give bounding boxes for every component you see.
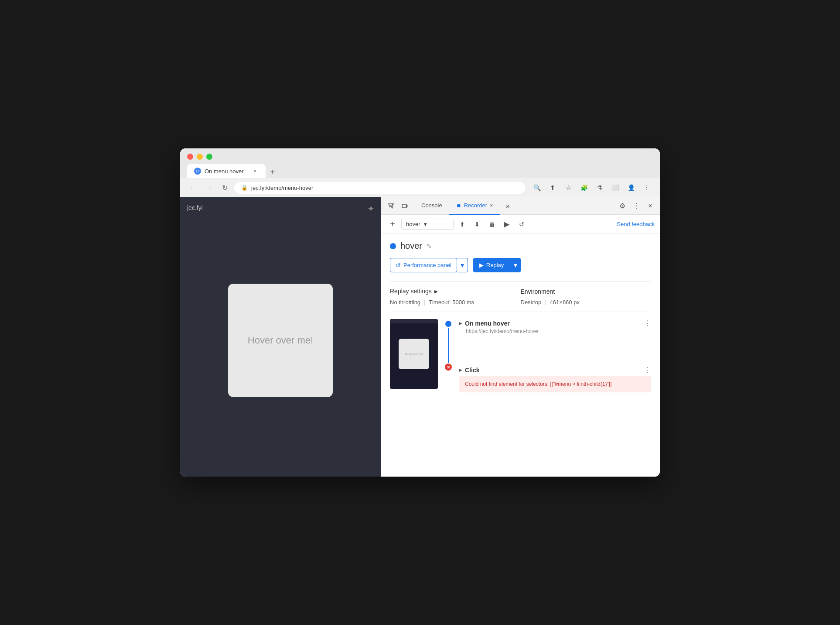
add-recording-button[interactable]: + [386,218,399,230]
env-value-cell: Desktop | 461×660 px [521,299,652,306]
browser-controls: 🔍 ⬆ ☆ 🧩 ⚗ ⬜ 👤 ⋮ [531,182,653,194]
step2-content: ▶ Click ⋮ Could not find element for sel… [459,340,651,392]
profile-icon[interactable]: 👤 [625,182,637,194]
replay-dropdown-chevron: ▾ [514,261,517,269]
devtools-panel: Console ⏺ Recorder × » ⚙ ⋮ × + h [381,197,660,477]
step2-more-icon[interactable]: ⋮ [644,366,651,374]
timeout-label: Timeout: 5000 ms [429,299,474,306]
devtools-settings-button[interactable]: ⚙ [616,200,628,212]
recorder-tab-icon: ⏺ [456,203,461,209]
extensions-icon[interactable]: 🧩 [578,182,590,194]
back-button[interactable]: ← [187,182,199,194]
replay-dropdown-button[interactable]: ▾ [510,258,521,272]
step2-arrow[interactable]: ▶ [459,367,462,372]
device-toggle-button[interactable] [399,200,411,212]
actions-row: ↺ Performance panel ▾ ▶ Replay [390,258,651,272]
replay-group: ▶ Replay ▾ [473,258,521,272]
console-tab-label: Console [421,202,442,209]
step2-header: ▶ Click ⋮ [459,366,651,374]
edit-title-icon[interactable]: ✎ [427,243,432,250]
minimize-traffic-light[interactable] [197,154,203,160]
resolution-label: 461×660 px [550,299,580,306]
performance-panel-dropdown[interactable]: ▾ [457,258,468,272]
tabs-row: R On menu hover × + [187,164,653,178]
inspect-element-button[interactable] [385,200,397,212]
recording-select-chevron: ▾ [424,221,427,227]
delete-recording-button[interactable]: 🗑 [486,218,498,230]
step1-header: ▶ On menu hover ⋮ [459,319,651,327]
search-icon[interactable]: 🔍 [531,182,543,194]
recording-selector[interactable]: hover ▾ [401,219,454,230]
step2-dot: ✕ [445,364,452,371]
no-throttling-label: No throttling [390,299,420,306]
sun-icon[interactable]: ✦ [367,203,375,214]
step1-url: https://jec.fyi/demo/menu-hover [466,328,651,334]
replay-settings-label[interactable]: Replay settings ▶ [390,288,521,295]
export-button[interactable]: ⬆ [456,218,468,230]
browser-window: R On menu hover × + ← → ↻ 🔒 jec.fyi/demo… [180,148,660,477]
devtools-header: Console ⏺ Recorder × » ⚙ ⋮ × [381,197,660,215]
slow-replay-button[interactable]: ↺ [516,218,528,230]
close-traffic-light[interactable] [187,154,193,160]
replay-button[interactable]: ▶ Replay [473,258,510,272]
step1-timeline: ✕ [445,319,452,371]
tab-close-button[interactable]: × [252,168,259,175]
desktop-label: Desktop [521,299,542,306]
site-label: jec.fyi [187,204,203,211]
preview-bar [390,319,438,323]
tab-recorder[interactable]: ⏺ Recorder × [449,197,500,215]
forward-button[interactable]: → [203,182,215,194]
hover-card[interactable]: Hover over me! [228,284,333,397]
performance-icon: ↺ [396,262,401,269]
step-row-1: Hover over me! ✕ ▶ [390,319,651,392]
inspect-icon [388,203,394,209]
sidebar-icon[interactable]: ⬜ [609,182,621,194]
performance-panel-label: Performance panel [403,262,451,268]
error-message: Could not find element for selectors: [[… [465,381,611,387]
devtools-tabs: Console ⏺ Recorder × [414,197,500,215]
throttling-cell: No throttling | Timeout: 5000 ms [390,299,521,306]
step1-more-icon[interactable]: ⋮ [644,319,651,327]
bookmark-icon[interactable]: ☆ [562,182,574,194]
play-recording-button[interactable]: ▶ [501,218,513,230]
replay-settings-text: Replay settings [390,288,432,295]
recorder-tab-label: Recorder [464,202,487,209]
address-input[interactable]: 🔒 jec.fyi/demo/menu-hover [234,182,526,194]
environment-label-cell: Environment [521,288,652,295]
browser-tab-active[interactable]: R On menu hover × [187,164,266,178]
share-icon[interactable]: ⬆ [546,182,559,194]
env-value: Desktop | 461×660 px [521,299,652,306]
performance-panel-button[interactable]: ↺ Performance panel [390,258,457,272]
hover-card-text: Hover over me! [248,335,313,346]
url-display: jec.fyi/demo/menu-hover [251,185,313,191]
settings-divider-1: | [424,299,425,306]
tab-favicon: R [194,168,201,175]
devtools-more-button[interactable]: ⋮ [630,200,642,212]
new-tab-button[interactable]: + [266,166,279,178]
left-panel: jec.fyi ✦ Hover over me! [180,197,381,477]
recording-title: hover [400,241,422,251]
environment-label: Environment [521,288,555,295]
lock-icon: 🔒 [241,185,248,191]
traffic-lights [187,154,653,160]
import-button[interactable]: ⬇ [471,218,483,230]
experiment-icon[interactable]: ⚗ [594,182,606,194]
step2-area: ▶ Click ⋮ Could not find element for sel… [459,340,651,392]
step1-line [448,328,449,363]
performance-dropdown-chevron: ▾ [461,261,464,269]
chrome-menu-icon[interactable]: ⋮ [641,182,653,194]
step1-arrow[interactable]: ▶ [459,321,462,326]
preview-card-text: Hover over me! [405,353,423,355]
recording-status-dot [390,243,396,249]
maximize-traffic-light[interactable] [206,154,212,160]
selected-recording-name: hover [406,221,420,227]
more-tabs-button[interactable]: » [502,200,514,212]
tab-console[interactable]: Console [414,197,449,215]
recording-title-row: hover ✎ [390,241,651,251]
refresh-button[interactable]: ↻ [219,182,231,194]
step1-content: ▶ On menu hover ⋮ https://jec.fyi/demo/m… [459,319,651,392]
devtools-close-button[interactable]: × [644,200,656,212]
send-feedback-link[interactable]: Send feedback [617,221,655,227]
throttling-value: No throttling | Timeout: 5000 ms [390,299,521,306]
svg-rect-1 [406,205,407,207]
